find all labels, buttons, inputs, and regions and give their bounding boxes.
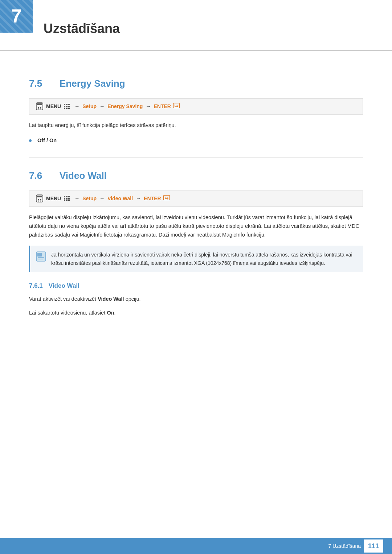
svg-rect-7 bbox=[66, 104, 68, 105]
text2-part1: Lai sakārtotu videosienu, atlasiet bbox=[29, 310, 105, 316]
section-7-5-title: Energy Saving bbox=[60, 76, 125, 91]
main-content: 7.5 Energy Saving MENU bbox=[0, 62, 392, 345]
note-text: Ja horizontālā un vertikālā virzienā ir … bbox=[51, 251, 357, 267]
svg-rect-27 bbox=[68, 198, 70, 200]
svg-rect-31 bbox=[163, 196, 170, 200]
svg-rect-11 bbox=[68, 106, 70, 107]
text1-bold1: Video Wall bbox=[98, 296, 124, 302]
svg-rect-30 bbox=[68, 200, 70, 201]
grid-icon-7-5 bbox=[64, 103, 70, 109]
option-label: Off / On bbox=[37, 136, 57, 145]
option-off-on: Off / On bbox=[29, 135, 363, 146]
bullet-dot-1 bbox=[29, 139, 32, 142]
subsection-7-6-1-title: Video Wall bbox=[49, 281, 79, 291]
enter-label-7-5: ENTER bbox=[154, 102, 171, 110]
text2-part3: . bbox=[114, 310, 116, 316]
section-7-5-heading: 7.5 Energy Saving bbox=[29, 76, 363, 91]
svg-rect-34 bbox=[38, 257, 44, 258]
svg-rect-23 bbox=[66, 196, 68, 197]
section-7-6-title: Video Wall bbox=[60, 168, 107, 184]
section-7-6-heading: 7.6 Video Wall bbox=[29, 168, 363, 184]
setup-label-7-5: Setup bbox=[82, 102, 97, 110]
chapter-header: 7 Uzstādīšana bbox=[0, 0, 392, 51]
footer-label: 7 Uzstādīšana bbox=[328, 542, 361, 550]
subsection-7-6-1-number: 7.6.1 bbox=[29, 281, 43, 291]
section-7-5-description: Lai taupītu enerģiju, šī funkcija pielāg… bbox=[29, 121, 363, 130]
grid-icon-7-6 bbox=[64, 196, 70, 201]
menu-path-7-5: MENU → Setup → Energy Saving → ENTER bbox=[29, 98, 363, 114]
section-7-6-number: 7.6 bbox=[29, 168, 51, 184]
arrow-1-7-6: → bbox=[74, 194, 79, 202]
text1-part2: opciju. bbox=[126, 296, 141, 302]
svg-rect-33 bbox=[37, 253, 42, 257]
enter-label-7-6: ENTER bbox=[144, 194, 161, 202]
note-icon bbox=[36, 251, 46, 262]
svg-rect-25 bbox=[64, 198, 65, 200]
svg-point-3 bbox=[40, 107, 41, 108]
chapter-number: 7 bbox=[11, 1, 22, 31]
subsection-7-6-1-text1: Varat aktivizēt vai deaktivizēt Video Wa… bbox=[29, 295, 363, 304]
item-label-7-5: Energy Saving bbox=[107, 102, 143, 110]
svg-rect-13 bbox=[66, 108, 68, 109]
chapter-title: Uzstādīšana bbox=[0, 11, 392, 43]
svg-rect-10 bbox=[66, 106, 68, 107]
svg-point-2 bbox=[38, 107, 39, 108]
footer-page-number: 111 bbox=[364, 539, 383, 553]
enter-icon-7-6 bbox=[163, 194, 170, 202]
svg-rect-35 bbox=[38, 259, 43, 259]
remote-icon-7-6 bbox=[36, 194, 43, 202]
menu-path-7-6: MENU → Setup → Video Wall → ENTER bbox=[29, 190, 363, 206]
svg-rect-14 bbox=[68, 108, 70, 109]
svg-rect-15 bbox=[173, 103, 179, 108]
enter-icon-7-5 bbox=[173, 102, 180, 110]
svg-point-20 bbox=[38, 201, 39, 202]
svg-rect-17 bbox=[37, 196, 42, 197]
svg-rect-9 bbox=[64, 106, 65, 107]
remote-icon-7-5 bbox=[36, 102, 43, 110]
svg-rect-12 bbox=[64, 108, 65, 109]
svg-rect-22 bbox=[64, 196, 65, 197]
svg-rect-28 bbox=[64, 200, 65, 201]
svg-rect-29 bbox=[66, 200, 68, 201]
item-label-7-6: Video Wall bbox=[107, 194, 133, 202]
chapter-number-box: 7 bbox=[0, 0, 33, 33]
svg-rect-8 bbox=[68, 104, 70, 105]
svg-point-5 bbox=[40, 108, 41, 110]
svg-rect-24 bbox=[68, 196, 70, 197]
subsection-7-6-1-text2: Lai sakārtotu videosienu, atlasiet On. bbox=[29, 309, 363, 317]
menu-label-7-6: MENU bbox=[46, 194, 61, 202]
text2-bold2: On bbox=[107, 310, 114, 316]
note-box-7-6: Ja horizontālā un vertikālā virzienā ir … bbox=[29, 246, 363, 272]
menu-label-7-5: MENU bbox=[46, 102, 61, 110]
arrow-2-7-5: → bbox=[99, 102, 105, 110]
arrow-1-7-5: → bbox=[74, 102, 79, 110]
arrow-2-7-6: → bbox=[99, 194, 105, 202]
svg-rect-1 bbox=[37, 103, 42, 105]
svg-point-4 bbox=[38, 108, 39, 110]
page-footer: 7 Uzstādīšana 111 bbox=[0, 538, 392, 554]
options-list-7-5: Off / On bbox=[29, 135, 363, 146]
subsection-7-6-1-heading: 7.6.1 Video Wall bbox=[29, 281, 363, 291]
svg-rect-6 bbox=[64, 104, 65, 105]
section-7-6-description: Pielāgojiet vairāku displeju izkārtojumu… bbox=[29, 213, 363, 239]
text1-part1: Varat aktivizēt vai deaktivizēt bbox=[29, 296, 96, 302]
section-divider-1 bbox=[29, 157, 363, 157]
arrow-3-7-5: → bbox=[146, 102, 151, 110]
setup-label-7-6: Setup bbox=[82, 194, 97, 202]
svg-point-18 bbox=[38, 199, 39, 200]
arrow-3-7-6: → bbox=[136, 194, 141, 202]
section-7-5-number: 7.5 bbox=[29, 76, 51, 91]
svg-point-19 bbox=[40, 199, 41, 200]
svg-rect-26 bbox=[66, 198, 68, 200]
svg-point-21 bbox=[40, 201, 41, 202]
